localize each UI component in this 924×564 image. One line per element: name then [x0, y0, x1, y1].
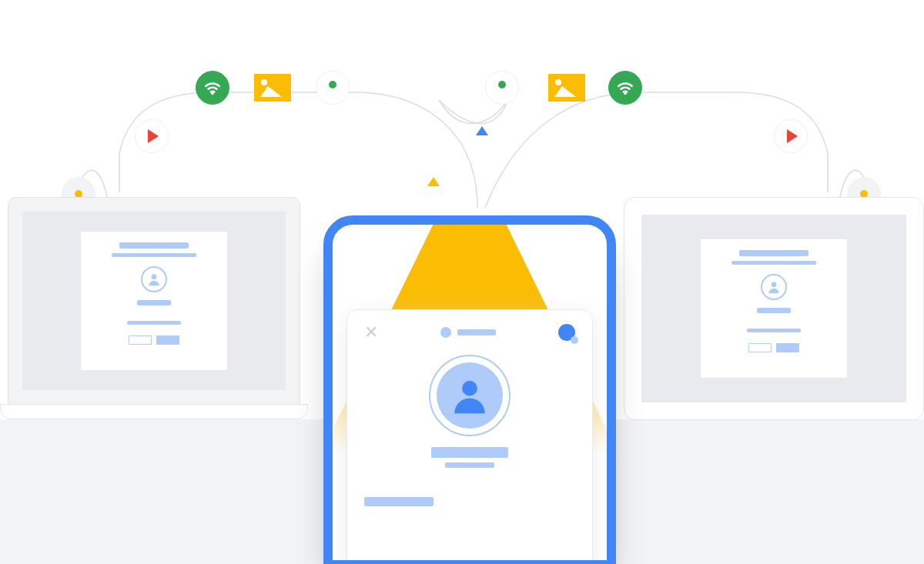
login-dialog	[701, 239, 847, 378]
avatar-ring	[429, 355, 511, 436]
placeholder-bar	[137, 300, 171, 305]
placeholder-bar	[747, 329, 801, 332]
secondary-button	[748, 343, 772, 352]
play-icon	[774, 119, 808, 153]
svg-point-4	[462, 381, 477, 396]
placeholder-bar	[119, 242, 189, 249]
laptop-device	[0, 197, 308, 419]
user-presence-icon	[485, 71, 519, 105]
tablet-device	[624, 197, 924, 420]
placeholder-bar	[364, 497, 434, 506]
svg-point-0	[211, 92, 213, 95]
secondary-button	[129, 335, 152, 345]
photo-icon	[548, 74, 585, 102]
sheet-title	[440, 327, 496, 338]
cellular-icon	[562, 232, 573, 242]
avatar-icon	[437, 362, 503, 429]
phone-device: ✕	[323, 215, 616, 564]
close-icon: ✕	[364, 324, 378, 341]
wifi-icon	[608, 71, 642, 105]
placeholder-bar	[112, 253, 196, 257]
status-bar	[547, 232, 593, 242]
svg-point-1	[624, 92, 626, 95]
account-sheet: ✕	[346, 309, 593, 564]
chat-bubble-icon	[558, 324, 575, 341]
play-icon	[135, 119, 169, 153]
user-presence-icon	[316, 71, 350, 105]
avatar-icon	[761, 274, 787, 300]
svg-point-3	[772, 282, 777, 287]
placeholder-bar	[739, 250, 808, 256]
primary-button	[776, 343, 799, 352]
svg-point-2	[152, 274, 157, 279]
placeholder-bar	[757, 308, 791, 313]
placeholder-bar	[127, 321, 181, 325]
wifi-icon	[196, 71, 229, 105]
battery-icon	[578, 233, 593, 242]
signal-icon	[547, 233, 557, 242]
primary-button	[156, 335, 179, 345]
placeholder-bar	[431, 447, 508, 458]
avatar-icon	[141, 266, 167, 292]
placeholder-bar	[732, 261, 816, 265]
placeholder-bar	[445, 462, 494, 468]
arrow-up-icon	[427, 177, 440, 186]
login-dialog	[81, 232, 227, 370]
arrow-up-icon	[476, 126, 488, 135]
photo-icon	[254, 74, 291, 102]
